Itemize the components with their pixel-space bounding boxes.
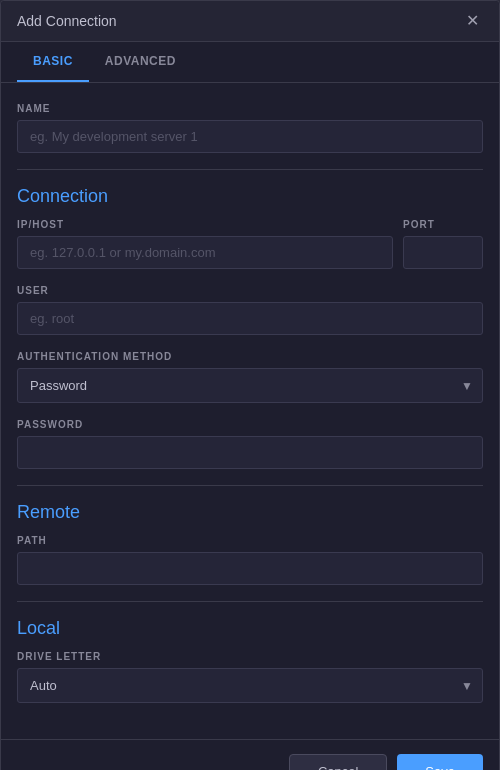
save-button[interactable]: Save xyxy=(397,754,483,770)
name-input[interactable] xyxy=(17,120,483,153)
ip-input[interactable] xyxy=(17,236,393,269)
tab-basic[interactable]: BASIC xyxy=(17,42,89,82)
path-input[interactable]: / xyxy=(17,552,483,585)
name-group: NAME xyxy=(17,103,483,153)
port-label: PORT xyxy=(403,219,483,230)
drive-select[interactable]: Auto C: D: E: F: xyxy=(17,668,483,703)
password-label: PASSWORD xyxy=(17,419,483,430)
tab-advanced[interactable]: ADVANCED xyxy=(89,42,192,82)
drive-label: DRIVE LETTER xyxy=(17,651,483,662)
ip-port-row: IP/HOST PORT 22 xyxy=(17,219,483,269)
user-label: USER xyxy=(17,285,483,296)
dialog-footer: Cancel Save xyxy=(1,739,499,770)
local-heading: Local xyxy=(17,618,483,639)
drive-group: DRIVE LETTER Auto C: D: E: F: ▼ xyxy=(17,651,483,703)
drive-select-wrapper: Auto C: D: E: F: ▼ xyxy=(17,668,483,703)
password-input[interactable] xyxy=(17,436,483,469)
ip-label: IP/HOST xyxy=(17,219,393,230)
password-group: PASSWORD xyxy=(17,419,483,469)
connection-heading: Connection xyxy=(17,186,483,207)
dialog-title: Add Connection xyxy=(17,13,117,29)
divider-1 xyxy=(17,169,483,170)
cancel-button[interactable]: Cancel xyxy=(289,754,387,770)
close-button[interactable]: ✕ xyxy=(462,11,483,31)
path-group: PATH / xyxy=(17,535,483,585)
name-label: NAME xyxy=(17,103,483,114)
add-connection-dialog: Add Connection ✕ BASIC ADVANCED NAME Con… xyxy=(0,0,500,770)
auth-select[interactable]: Password Public Key Agent xyxy=(17,368,483,403)
ip-group: IP/HOST xyxy=(17,219,393,269)
tabs-bar: BASIC ADVANCED xyxy=(1,42,499,83)
remote-heading: Remote xyxy=(17,502,483,523)
path-label: PATH xyxy=(17,535,483,546)
auth-select-wrapper: Password Public Key Agent ▼ xyxy=(17,368,483,403)
auth-group: AUTHENTICATION METHOD Password Public Ke… xyxy=(17,351,483,403)
divider-2 xyxy=(17,485,483,486)
divider-3 xyxy=(17,601,483,602)
auth-label: AUTHENTICATION METHOD xyxy=(17,351,483,362)
user-input[interactable] xyxy=(17,302,483,335)
dialog-body: NAME Connection IP/HOST PORT 22 USER AUT… xyxy=(1,83,499,739)
user-group: USER xyxy=(17,285,483,335)
port-group: PORT 22 xyxy=(403,219,483,269)
port-input[interactable]: 22 xyxy=(403,236,483,269)
dialog-titlebar: Add Connection ✕ xyxy=(1,1,499,42)
